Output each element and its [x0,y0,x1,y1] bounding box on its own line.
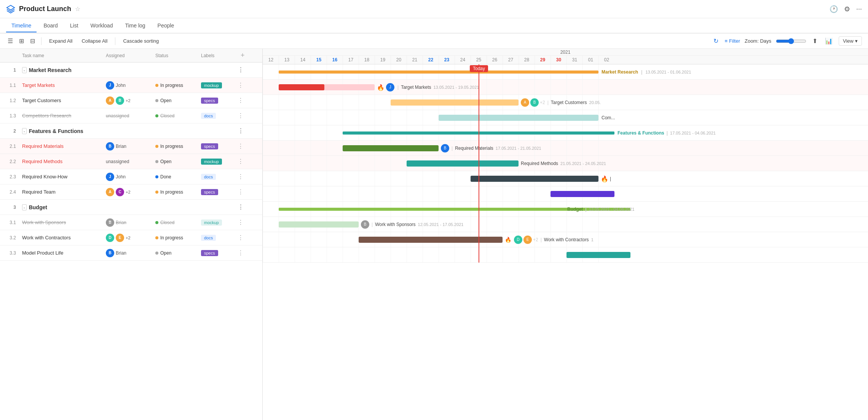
tree-view-icon[interactable]: ⊟ [29,36,37,46]
view-label: View [843,38,854,44]
day-20: 20 [391,56,407,64]
app-header: Product Launch ☆ 🕐 ⚙ ··· [0,0,868,18]
group-bar-label-features: Features & Functions | 17.05.2021 - 04.0… [617,130,716,136]
badge-3-2: docs [201,235,216,241]
row-num-3-3: 3.3 [0,250,19,256]
zoom-slider[interactable] [776,38,806,44]
task-row-3-3: 3.3 Model Product Life B Brian Open spec… [0,245,262,261]
tab-list[interactable]: List [65,19,84,32]
badge-2-3: docs [201,174,216,180]
more-2-2[interactable]: ⋮ [236,158,247,165]
col-add[interactable]: + [236,51,247,59]
day-18: 18 [359,56,375,64]
assigned-label-3-3: Brian [116,250,126,256]
chart-icon[interactable]: 📊 [823,36,834,46]
more-2-1[interactable]: ⋮ [236,143,247,150]
col-labels: Labels [198,53,236,58]
more-1-1[interactable]: ⋮ [236,82,247,89]
group-more-3[interactable]: ⋮ [236,204,247,211]
more-1-2[interactable]: ⋮ [236,97,247,104]
tab-people[interactable]: People [152,19,180,32]
gantt-year: 2021 [263,49,868,56]
status-text-2-3: Done [160,174,171,180]
task-name-2-4: Required Team [19,189,103,195]
row-num-2-1: 2.1 [0,144,19,149]
task-row-2-4: 2.4 Required Team A C +2 In progress spe… [0,184,262,200]
more-3-1[interactable]: ⋮ [236,219,247,226]
view-button[interactable]: View ▾ [839,36,862,46]
avatar-d: C [116,188,124,196]
task-name-2-2: Required Methods [19,159,103,164]
row-num-2: 2 [0,128,19,134]
export-icon[interactable]: ⬆ [811,36,819,46]
status-2-4: In progress [152,189,198,195]
settings-icon[interactable]: ⚙ [844,5,850,13]
header-actions: 🕐 ⚙ ··· [830,5,862,13]
day-26: 26 [487,56,503,64]
gantt-bar-1-1 [279,84,324,90]
cascade-sorting-button[interactable]: Cascade sorting [120,37,162,45]
avatar-brian: B [106,142,114,151]
label-2-1: specs [198,143,236,149]
gantt-row-group-3: Budget | 13.05.2021 - 04.06.2021 [263,202,868,217]
history-icon[interactable]: 🕐 [830,5,838,13]
expand-all-button[interactable]: Expand All [46,37,75,45]
day-12: 12 [263,56,279,64]
assigned-3-1: B Brian [103,218,152,227]
gantt-bar-2-4 [550,191,614,197]
more-2-3[interactable]: ⋮ [236,173,247,180]
status-dot-2-1 [155,145,158,148]
more-options-icon[interactable]: ··· [856,5,862,13]
collapse-icon-3[interactable]: - [22,204,27,210]
gantt-days-header: 12 13 14 15 16 17 18 19 20 21 22 23 24 2… [263,56,868,64]
gantt-bar-3-1 [279,221,359,228]
gantt-avatars-1-2: A B [521,98,539,107]
badge-2-2: mockup [201,159,222,165]
tab-timeline[interactable]: Timeline [6,19,37,32]
more-3-2[interactable]: ⋮ [236,234,247,241]
status-1-3: Closed [152,113,198,119]
collapse-icon-1[interactable]: - [22,67,27,73]
gantt-bar-label-1-3: Com... [602,115,615,120]
status-text-2-2: Open [160,159,171,164]
task-row-3-1: 3.1 Work with Sponsors B Brian Closed mo… [0,215,262,230]
status-2-3: Done [152,174,198,180]
tab-workload[interactable]: Workload [85,19,118,32]
gantt-row-2-3: 🔥 | [263,171,868,186]
filter-button[interactable]: ≡ Filter [724,38,740,44]
refresh-icon[interactable]: ↻ [712,36,720,46]
row-num-1-1: 1.1 [0,83,19,88]
row-num-3: 3 [0,205,19,210]
assigned-1-1: J John [103,81,152,90]
app-logo [6,5,15,14]
table-header: Task name Assigned Status Labels + [0,49,262,63]
task-name-1-1: Target Markets [19,82,103,88]
row-num-2-2: 2.2 [0,159,19,164]
grid-view-icon[interactable]: ⊞ [18,36,26,46]
group-more-2[interactable]: ⋮ [236,127,247,135]
collapse-icon-2[interactable]: - [22,128,27,134]
gantt-bar-label-1-1: | Target Markets 13.05.2021 - 19.05.2021 [397,85,479,90]
assigned-3-2: D E +2 [103,234,152,242]
badge-3-1: mockup [201,220,222,226]
gantt-bar-1-2 [391,99,519,106]
group-more-1[interactable]: ⋮ [236,66,247,74]
more-3-3[interactable]: ⋮ [236,249,247,256]
more-1-3[interactable]: ⋮ [236,112,247,119]
gantt-empty-row: Market Research | 13.05.2021 - 01.06.202… [263,64,868,80]
day-02: 02 [598,56,614,64]
more-2-4[interactable]: ⋮ [236,188,247,196]
collapse-all-button[interactable]: Collapse All [78,37,110,45]
day-14: 14 [295,56,311,64]
tab-board[interactable]: Board [38,19,63,32]
tab-timelog[interactable]: Time log [120,19,150,32]
group-bar-market-research [279,71,598,74]
task-name-2-3: Required Know-How [19,174,103,180]
status-dot-1-2 [155,99,158,102]
main-content: Task name Assigned Status Labels + 1 - M… [0,49,868,420]
star-icon[interactable]: ☆ [75,5,80,13]
list-view-icon[interactable]: ☰ [6,36,14,46]
filter-label: Filter [729,38,740,44]
gantt-row-3-2: 🔥 D E +2 | Work with Contractors 1 [263,232,868,247]
day-25: 25 [471,56,487,64]
